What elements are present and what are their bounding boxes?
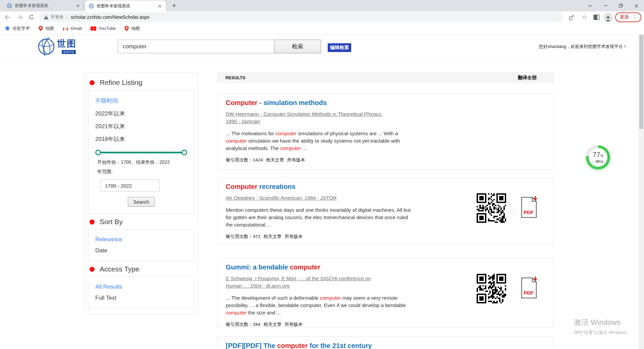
restore-button[interactable] bbox=[613, 0, 629, 11]
pdf-download-icon[interactable]: PDF bbox=[520, 276, 539, 301]
related-articles-link[interactable]: 相关文章 bbox=[264, 234, 282, 239]
translate-all-button[interactable]: 翻译全部 bbox=[518, 75, 537, 81]
progress-percent: 77 bbox=[592, 151, 600, 158]
sort-by-box: Relevance Date bbox=[88, 229, 194, 261]
time-filter-2018[interactable]: 2018年以来 bbox=[95, 135, 187, 143]
omnibox-divider bbox=[67, 14, 67, 20]
site-logo[interactable]: 世图 SHITU bbox=[38, 37, 76, 56]
result-author-link[interactable]: C Schwesig, I Poupyrev, E Mori - ... of … bbox=[226, 275, 371, 290]
minimize-button[interactable] bbox=[598, 0, 613, 11]
result-snippet: ... The motivations for computer simulat… bbox=[226, 130, 427, 152]
bookmark-youtube[interactable]: YouTube bbox=[91, 26, 116, 31]
logo-text-en: SHITU bbox=[62, 50, 76, 54]
search-button[interactable]: 检索 bbox=[274, 40, 321, 53]
result-title[interactable]: Computer recreations bbox=[226, 183, 553, 191]
site-favicon bbox=[89, 3, 94, 9]
result-footer: 被引用次数：1424相关文章所有版本 bbox=[226, 157, 553, 163]
bookmark-maps-1[interactable]: 地图 bbox=[39, 26, 54, 32]
time-filter-2022[interactable]: 2022年以来 bbox=[95, 110, 187, 117]
security-label: 不安全 bbox=[51, 14, 64, 20]
year-range-label: 年范围: bbox=[97, 169, 187, 175]
back-icon[interactable] bbox=[3, 12, 12, 22]
browser-tab-2-active[interactable]: 世图学术发现系统 bbox=[85, 1, 166, 11]
tab-strip: 世图学术发现系统 世图学术发现系统 + bbox=[0, 0, 644, 11]
user-greeting: 您好shanliang，欢迎来到世图学术发现平台！ bbox=[539, 44, 627, 50]
search-input[interactable] bbox=[118, 40, 274, 53]
slider-handle-end[interactable] bbox=[181, 150, 187, 155]
chrome-update-button[interactable]: 更新 ⋮ bbox=[615, 12, 641, 22]
svg-text:PDF: PDF bbox=[524, 209, 534, 215]
menu-kebab-icon[interactable]: ⋮ bbox=[632, 15, 637, 19]
new-tab-button[interactable]: + bbox=[170, 1, 178, 10]
all-versions-link[interactable]: 所有版本 bbox=[285, 234, 303, 239]
svg-text:PDF: PDF bbox=[524, 290, 534, 296]
red-dot-icon bbox=[90, 219, 95, 225]
tab-close-icon[interactable] bbox=[157, 3, 162, 9]
related-articles-link[interactable]: 相关文章 bbox=[266, 157, 284, 162]
refine-sidebar: Refine Listing 不限时间 2022年以来 2021年以来 2018… bbox=[85, 72, 198, 315]
bookmark-scholar[interactable]: 谷歌学术 bbox=[5, 26, 30, 32]
speed-widget[interactable]: 77% ↑ 0K/s bbox=[586, 145, 610, 169]
red-dot-icon bbox=[90, 80, 95, 85]
chevron-down-icon[interactable] bbox=[582, 0, 598, 11]
tab-close-icon[interactable] bbox=[75, 3, 80, 8]
share-icon[interactable] bbox=[567, 12, 577, 22]
results-panel: RESULTS 翻译全部 Computer - simulation metho… bbox=[217, 72, 554, 349]
time-filter-any[interactable]: 不限时间 bbox=[95, 97, 187, 105]
year-summary: 开始年份：1700、结束年份：2022 bbox=[97, 159, 187, 165]
page-scrollbar[interactable] bbox=[639, 34, 644, 349]
bookmark-star-icon[interactable]: ☆ bbox=[579, 12, 589, 22]
year-range-slider[interactable] bbox=[96, 150, 186, 155]
browser-tab-1[interactable]: 世图学术发现系统 bbox=[3, 0, 84, 11]
results-header-bar: RESULTS 翻译全部 bbox=[217, 72, 554, 83]
result-title[interactable]: [PDF][PDF] The computer for the 21st cen… bbox=[226, 342, 553, 349]
access-full-text[interactable]: Full Text bbox=[95, 295, 187, 301]
windows-activation-watermark: 激活 Windows 转到“设置”以激活 Windows。 bbox=[574, 317, 631, 336]
scholar-icon bbox=[5, 26, 10, 31]
close-button[interactable] bbox=[629, 0, 644, 11]
result-author-link[interactable]: AK Dewdney - Scientific American, 1984 -… bbox=[226, 194, 337, 202]
url-text: scholar.zzshitu.com/NewScholar.aspx bbox=[71, 14, 149, 20]
pdf-download-icon[interactable]: PDF bbox=[520, 195, 539, 220]
time-filter-box: 不限时间 2022年以来 2021年以来 2018年以来 开始年份：1700、结… bbox=[88, 90, 194, 214]
time-filter-2021[interactable]: 2021年以来 bbox=[95, 122, 187, 130]
cited-count: 被引用次数：1424 bbox=[226, 157, 263, 162]
reload-icon[interactable] bbox=[27, 12, 36, 22]
sidebar-search-button[interactable]: Search bbox=[128, 197, 155, 207]
bookmark-gmail[interactable]: Gmail bbox=[63, 26, 82, 31]
result-footer: 被引用次数：472相关文章所有版本 bbox=[226, 234, 553, 240]
tab-title: 世图学术发现系统 bbox=[15, 3, 75, 9]
result-title[interactable]: Computer - simulation methods bbox=[226, 99, 553, 107]
side-panel-icon[interactable] bbox=[591, 12, 601, 22]
site-header: 世图 SHITU 检索 编辑检索 您好shanliang，欢迎来到世图学术发现平… bbox=[0, 34, 644, 59]
bookmark-maps-2[interactable]: 地图 bbox=[124, 26, 140, 32]
result-title[interactable]: Gummi: a bendable computer bbox=[226, 263, 553, 271]
forward-icon[interactable] bbox=[15, 12, 24, 22]
tab-divider bbox=[84, 3, 84, 9]
address-bar[interactable]: 不安全 scholar.zzshitu.com/NewScholar.aspx bbox=[39, 12, 563, 22]
related-articles-link[interactable]: 相关文章 bbox=[264, 322, 282, 327]
logo-text-cn: 世图 bbox=[57, 39, 76, 49]
up-arrow-icon: ↑ bbox=[593, 159, 595, 163]
red-dot-icon bbox=[90, 267, 95, 272]
access-all-results[interactable]: All Results bbox=[95, 284, 187, 290]
window-controls bbox=[582, 0, 644, 11]
all-versions-link[interactable]: 所有版本 bbox=[287, 157, 305, 162]
year-range-input[interactable] bbox=[101, 180, 160, 192]
sort-relevance[interactable]: Relevance bbox=[95, 236, 187, 243]
slider-track bbox=[97, 152, 186, 153]
globe-logo-icon bbox=[38, 37, 56, 56]
edit-search-button[interactable]: 编辑检索 bbox=[328, 43, 351, 52]
update-label: 更新 bbox=[620, 14, 629, 20]
result-snippet: ... The development of such a deformable… bbox=[226, 294, 427, 316]
speed-value: 0K/s bbox=[596, 159, 603, 163]
all-versions-link[interactable]: 所有版本 bbox=[285, 322, 303, 327]
slider-handle-start[interactable] bbox=[95, 150, 101, 155]
speed-widget-inner: 77% ↑ 0K/s bbox=[589, 148, 607, 167]
scrollbar-thumb[interactable] bbox=[639, 35, 643, 129]
profile-avatar[interactable] bbox=[604, 13, 612, 21]
result-card: Computer - simulation methodsDW Heermann… bbox=[217, 93, 553, 169]
sort-date[interactable]: Date bbox=[95, 247, 187, 254]
result-author-link[interactable]: DW Heermann - Computer Simulation Method… bbox=[226, 110, 383, 125]
gmail-icon bbox=[63, 27, 68, 31]
